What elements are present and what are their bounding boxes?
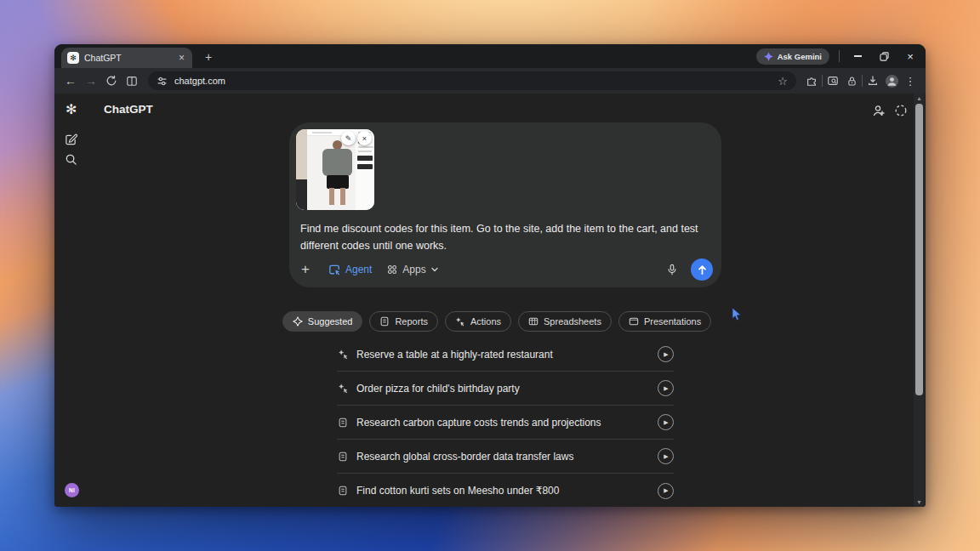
model-shorts (327, 175, 349, 189)
document-icon (337, 451, 349, 463)
run-suggestion-button[interactable]: ▶ (658, 414, 674, 430)
chip-spreadsheets[interactable]: Spreadsheets (518, 311, 612, 332)
dictate-mic-icon[interactable] (664, 261, 681, 278)
ask-gemini-button[interactable]: Ask Gemini (756, 48, 829, 65)
reading-mode-button[interactable] (122, 71, 141, 90)
new-tab-button[interactable]: + (201, 49, 216, 65)
downloads-icon[interactable] (864, 72, 881, 89)
address-bar[interactable]: chatgpt.com ☆ (148, 71, 796, 90)
spreadsheet-icon (528, 316, 538, 327)
minimize-button[interactable] (849, 48, 866, 65)
page-scrollbar[interactable]: ▲ ▼ (914, 94, 925, 507)
attachment-thumbnail[interactable] (296, 129, 374, 210)
apps-label: Apps (402, 264, 425, 276)
maximize-button[interactable] (875, 48, 892, 65)
scrollbar-thumb[interactable] (915, 104, 923, 395)
window-controls-divider (839, 50, 840, 62)
chip-label: Spreadsheets (544, 316, 601, 327)
close-window-button[interactable]: × (902, 48, 919, 65)
suggestion-label: Order pizza for child's birthday party (356, 383, 520, 395)
suggestion-label: Reserve a table at a highly-rated restau… (356, 349, 553, 361)
new-chat-icon[interactable] (65, 133, 77, 145)
suggestion-list: Reserve a table at a highly-rated restau… (337, 338, 674, 507)
toolbar-divider (822, 75, 823, 87)
prompt-text[interactable]: Find me discount codes for this item. Go… (300, 221, 710, 254)
url-text: chatgpt.com (174, 76, 225, 86)
send-button[interactable] (691, 258, 713, 281)
attachment-remove-button[interactable]: × (357, 131, 372, 145)
run-suggestion-button[interactable]: ▶ (658, 448, 674, 464)
chip-suggested[interactable]: Suggested (282, 311, 363, 332)
forward-button[interactable]: → (82, 71, 100, 90)
attachment-edit-button[interactable]: ✎ (341, 131, 356, 145)
restore-icon (880, 52, 889, 61)
tab-strip: ✻ ChatGPT × + Ask Gemini (54, 44, 926, 68)
scroll-up-icon[interactable]: ▲ (914, 94, 925, 103)
suggestion-row[interactable]: Find cotton kurti sets on Meesho under ₹… (337, 474, 674, 507)
agent-mode-button[interactable]: Agent (328, 264, 372, 276)
document-icon (337, 485, 349, 497)
scroll-down-icon[interactable]: ▼ (914, 497, 925, 507)
openai-logo-icon: ✻ (66, 101, 77, 117)
desktop-wallpaper: ✻ ChatGPT × + Ask Gemini (0, 0, 980, 551)
password-manager-icon[interactable] (843, 72, 860, 89)
search-chats-icon[interactable] (65, 153, 77, 166)
chevron-down-icon (430, 265, 439, 274)
browser-tab-chatgpt[interactable]: ✻ ChatGPT × (61, 48, 192, 68)
page-title[interactable]: ChatGPT (104, 103, 153, 116)
arrow-up-icon (697, 264, 708, 276)
model-head (333, 140, 342, 150)
model-tshirt (322, 149, 352, 176)
chip-actions[interactable]: Actions (445, 311, 511, 332)
suggestion-row[interactable]: Research carbon capture costs trends and… (337, 406, 674, 440)
presentation-icon (629, 316, 639, 327)
suggestion-row[interactable]: Order pizza for child's birthday party ▶ (337, 372, 674, 406)
suggestion-row[interactable]: Research global cross-border data transf… (337, 440, 674, 474)
chatgpt-favicon-icon: ✻ (67, 52, 79, 64)
run-suggestion-button[interactable]: ▶ (658, 483, 674, 499)
bookmark-star-icon[interactable]: ☆ (778, 75, 788, 88)
model-leg (340, 188, 345, 205)
browser-toolbar: ← → chatgpt.com ☆ (54, 68, 926, 94)
profile-avatar-icon[interactable] (883, 72, 900, 89)
run-suggestion-button[interactable]: ▶ (658, 346, 674, 362)
chip-presentations[interactable]: Presentations (618, 311, 711, 332)
composer[interactable]: ✎ × Find me discount codes for this item… (289, 122, 721, 287)
profile-icon[interactable] (872, 104, 886, 117)
apps-grid-icon (386, 264, 398, 276)
report-icon (379, 316, 390, 327)
chatgpt-page: ✻ ChatGPT (54, 94, 926, 507)
composer-toolbar: + Agent (301, 258, 713, 281)
temporary-chat-icon[interactable] (894, 104, 908, 117)
thumb-cart-button (357, 164, 373, 169)
tab-title: ChatGPT (84, 53, 172, 63)
sparkle-cursor-icon (337, 349, 349, 361)
tab-close-icon[interactable]: × (177, 53, 186, 63)
suggestion-row[interactable]: Reserve a table at a highly-rated restau… (337, 338, 674, 372)
agent-icon (328, 264, 341, 276)
extensions-icon[interactable] (803, 72, 820, 89)
diamond-sparkle-icon (293, 316, 303, 327)
gemini-star-icon (764, 52, 773, 61)
chip-label: Reports (395, 316, 428, 327)
sparkle-cursor-icon (455, 316, 465, 327)
mouse-cursor (730, 307, 744, 322)
back-button[interactable]: ← (61, 71, 80, 90)
suggestion-label: Find cotton kurti sets on Meesho under ₹… (356, 485, 559, 497)
reload-button[interactable] (102, 71, 121, 90)
thumb-buy-button (357, 156, 373, 161)
attach-plus-button[interactable]: + (301, 261, 316, 278)
apps-button[interactable]: Apps (386, 264, 438, 276)
site-settings-icon[interactable] (157, 76, 168, 87)
chip-reports[interactable]: Reports (369, 311, 438, 332)
run-suggestion-button[interactable]: ▶ (658, 380, 674, 396)
category-chips: Suggested Reports Actions (61, 311, 926, 332)
thumb-product-header (307, 129, 356, 136)
search-sidebar-icon[interactable] (824, 72, 841, 89)
document-icon (337, 417, 349, 429)
suggestion-label: Research global cross-border data transf… (356, 451, 573, 463)
user-avatar[interactable]: NI (65, 483, 79, 497)
thumb-side-image-dark (296, 179, 307, 210)
toolbar-divider-2 (862, 75, 863, 87)
browser-menu-icon[interactable]: ⋮ (902, 72, 919, 89)
